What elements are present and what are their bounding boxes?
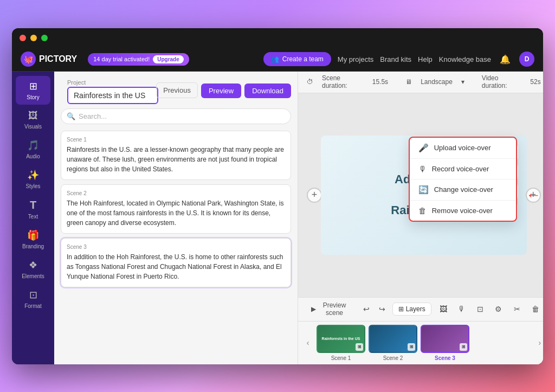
caption-icon-button[interactable]: ⊡ <box>473 301 488 317</box>
right-panel: ⏱ Scene duration: 15.5s 🖥 Landscape ▾ Vi… <box>298 72 543 364</box>
sidebar-item-branding[interactable]: 🎁 Branding <box>16 225 50 254</box>
app-title: PICTORY <box>39 54 77 64</box>
add-scene-left-button[interactable]: + <box>307 188 322 203</box>
avatar: D <box>519 52 534 67</box>
scene-canvas: + Additional U.S. Rainforests 🌲 Tongass … <box>298 93 543 297</box>
thumb-badge-2: ⊞ <box>408 343 415 351</box>
timeline-scene-3[interactable]: ⊞ Scene 3 <box>421 325 469 361</box>
my-projects-link[interactable]: My projects <box>338 55 373 63</box>
title-bar <box>12 28 543 48</box>
sidebar-item-audio[interactable]: 🎵 Audio <box>16 135 50 164</box>
delete-icon-button[interactable]: 🗑 <box>528 301 543 317</box>
preview-scene-button[interactable]: ▶ Preview scene <box>305 299 356 319</box>
timeline-next-arrow[interactable]: › <box>534 338 543 347</box>
help-link[interactable]: Help <box>418 55 433 63</box>
change-voice-over-item[interactable]: 🔄 Change voice-over <box>410 179 516 201</box>
sidebar-item-audio-label: Audio <box>26 153 40 159</box>
trial-label: 14 day trial activated! <box>93 56 150 62</box>
trash-icon: 🗑 <box>418 206 427 215</box>
mic-icon-button[interactable]: 🎙 <box>454 301 469 317</box>
knowledge-base-link[interactable]: Knowledge base <box>439 55 491 63</box>
main-area: ⊞ Story 🖼 Visuals 🎵 Audio ✨ Styles T Tex… <box>12 72 543 364</box>
timeline-scene-2[interactable]: ⊞ Scene 2 <box>369 325 417 361</box>
preview-button[interactable]: Preview <box>201 83 241 98</box>
bottom-controls: ▶ Preview scene ↩ ↪ ⊞ Layers 🖼 🎙 ⊡ ⚙ ✂ <box>298 297 543 321</box>
settings-icon-button[interactable]: ⚙ <box>491 301 506 317</box>
scene-3-text: In addition to the Hoh Rainforest, the U… <box>67 252 285 281</box>
brand-kits-link[interactable]: Brand kits <box>380 55 411 63</box>
timeline-thumb-1: Rainforests in the US ⊞ <box>317 325 365 353</box>
scene-card-1[interactable]: Scene 1 Rainforests in the U.S. are a le… <box>61 131 291 180</box>
scene-duration-value: 15.5s <box>372 78 388 86</box>
styles-icon: ✨ <box>27 169 39 181</box>
text-icon: T <box>30 199 36 211</box>
chevron-down-icon: ▾ <box>461 78 464 86</box>
scissors-icon-button[interactable]: ✂ <box>509 301 525 317</box>
timeline-scene-1[interactable]: Rainforests in the US ⊞ Scene 1 <box>317 325 365 361</box>
sidebar-item-story[interactable]: ⊞ Story <box>16 76 50 105</box>
sidebar-item-branding-label: Branding <box>22 243 44 249</box>
minimize-button[interactable] <box>30 35 37 41</box>
record-voice-over-item[interactable]: 🎙 Record voice-over <box>410 159 516 179</box>
layers-button[interactable]: ⊞ Layers <box>392 303 431 316</box>
arrow-indicator: ← <box>526 187 541 204</box>
right-icons: 🖼 🎙 ⊡ ⚙ ✂ 🗑 <box>436 301 543 317</box>
sidebar-item-styles[interactable]: ✨ Styles <box>16 165 50 194</box>
audio-icon: 🎵 <box>27 139 39 151</box>
download-button[interactable]: Download <box>244 83 291 98</box>
left-sidebar: ⊞ Story 🖼 Visuals 🎵 Audio ✨ Styles T Tex… <box>12 72 54 364</box>
remove-voice-over-item[interactable]: 🗑 Remove voice-over <box>410 201 516 221</box>
previous-button[interactable]: Previous <box>156 82 198 98</box>
timeline-scene-3-label: Scene 3 <box>435 355 455 361</box>
scene-1-label: Scene 1 <box>67 137 285 143</box>
create-team-button[interactable]: 👥 Create a team <box>263 52 331 66</box>
sidebar-item-visuals[interactable]: 🖼 Visuals <box>16 106 50 134</box>
trial-badge: 14 day trial activated! Upgrade <box>88 53 189 66</box>
sidebar-item-elements[interactable]: ❖ Elements <box>16 255 50 284</box>
sidebar-item-text[interactable]: T Text <box>16 195 50 224</box>
content-area: Project Previous Preview Download 🔍 Sear… <box>54 72 543 364</box>
upload-voice-over-item[interactable]: 🎤 Upload voice-over <box>410 138 516 159</box>
scenes-list: Scene 1 Rainforests in the U.S. are a le… <box>54 128 298 364</box>
scene-card-2[interactable]: Scene 2 The Hoh Rainforest, located in O… <box>61 184 291 234</box>
close-button[interactable] <box>20 35 26 41</box>
sidebar-item-format[interactable]: ⊡ Format <box>16 285 50 313</box>
branding-icon: 🎁 <box>27 229 39 241</box>
upgrade-button[interactable]: Upgrade <box>153 55 184 63</box>
visuals-icon: 🖼 <box>28 110 38 121</box>
timeline-scene-2-label: Scene 2 <box>383 355 403 361</box>
image-icon-button[interactable]: 🖼 <box>436 301 451 317</box>
project-label: Project <box>61 75 152 87</box>
layers-label: Layers <box>406 305 425 313</box>
layers-icon: ⊞ <box>398 305 404 313</box>
elements-icon: ❖ <box>29 259 37 271</box>
landscape-icon: 🖥 <box>405 78 412 86</box>
timeline-prev-arrow[interactable]: ‹ <box>302 338 313 347</box>
scene-1-text: Rainforests in the U.S. are a lesser-kno… <box>67 145 285 174</box>
voice-over-context-menu: 🎤 Upload voice-over 🎙 Record voice-over … <box>409 137 517 222</box>
timeline: ‹ Rainforests in the US ⊞ Scene 1 <box>298 321 543 364</box>
sidebar-item-text-label: Text <box>28 214 38 220</box>
redo-button[interactable]: ↪ <box>376 301 388 317</box>
landscape-label[interactable]: Landscape <box>421 78 453 86</box>
logo-icon: 🐙 <box>21 52 36 67</box>
logo: 🐙 PICTORY <box>21 52 77 67</box>
thumb-badge-1: ⊞ <box>356 343 363 351</box>
search-placeholder: Search... <box>79 112 107 120</box>
undo-button[interactable]: ↩ <box>360 301 372 317</box>
maximize-button[interactable] <box>41 35 48 41</box>
sidebar-item-elements-label: Elements <box>22 273 44 279</box>
scene-3-label: Scene 3 <box>67 244 285 250</box>
sidebar-item-story-label: Story <box>27 94 39 100</box>
top-nav: 🐙 PICTORY 14 day trial activated! Upgrad… <box>12 48 543 72</box>
search-bar: 🔍 Search... <box>61 108 291 124</box>
scene-2-label: Scene 2 <box>67 190 285 196</box>
story-icon: ⊞ <box>29 80 37 92</box>
remove-voice-over-label: Remove voice-over <box>432 207 493 215</box>
scene-card-3[interactable]: Scene 3 In addition to the Hoh Rainfores… <box>61 238 291 287</box>
project-title-input[interactable] <box>67 87 158 104</box>
left-panel: Project Previous Preview Download 🔍 Sear… <box>54 72 298 364</box>
notification-button[interactable]: 🔔 <box>498 52 513 67</box>
timeline-scenes: Rainforests in the US ⊞ Scene 1 <box>317 325 531 361</box>
search-icon: 🔍 <box>67 112 75 120</box>
